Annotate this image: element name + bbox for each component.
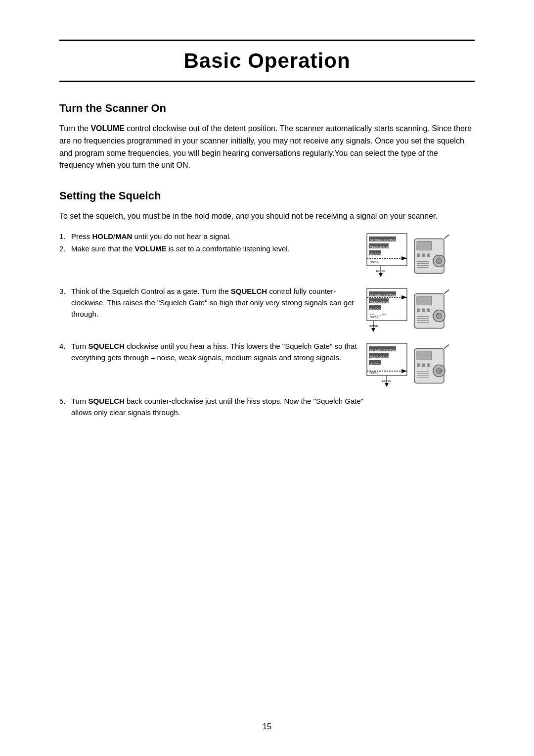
svg-point-42 (436, 313, 442, 319)
page-title: Basic Operation (59, 45, 475, 77)
svg-line-50 (444, 289, 449, 293)
step-num-3: 3. (59, 285, 71, 320)
svg-marker-64 (385, 383, 389, 387)
svg-text:MEDIUM SIGNALS: MEDIUM SIGNALS (370, 245, 396, 248)
step-num-2: 2. (59, 243, 71, 254)
steps-block-4: 4. Turn SQUELCH clockwise until you hear… (59, 340, 475, 389)
svg-marker-38 (371, 328, 375, 332)
svg-rect-66 (417, 351, 432, 360)
svg-text:MEDIUM SIGNALS: MEDIUM SIGNALS (370, 300, 396, 303)
step-num-4: 4. (59, 340, 71, 364)
svg-text:MEDIUM SIGNALS: MEDIUM SIGNALS (370, 355, 396, 358)
svg-rect-18 (422, 253, 425, 257)
svg-rect-69 (417, 363, 420, 367)
squelch-intro: To set the squelch, you must be in the h… (59, 210, 475, 223)
squelch-heading: Setting the Squelch (59, 189, 475, 202)
svg-rect-40 (417, 296, 432, 305)
step-content-4: Turn SQUELCH clockwise until you hear a … (71, 340, 366, 364)
svg-text:STRONG SIGNALS: STRONG SIGNALS (370, 293, 396, 296)
step-content-2: Make sure that the VOLUME is set to a co… (71, 243, 366, 254)
svg-text:WEAK SIGNALS: WEAK SIGNALS (370, 307, 392, 310)
squelch-section: Setting the Squelch To set the squelch, … (59, 189, 475, 419)
steps-text-4: 4. Turn SQUELCH clockwise until you hear… (59, 340, 366, 365)
steps-block-3: 3. Think of the Squelch Control as a gat… (59, 285, 475, 334)
svg-marker-12 (379, 273, 383, 277)
page-number: 15 (263, 722, 271, 731)
steps-imgs-4: STRONG SIGNALS MEDIUM SIGNALS WEAK SIGNA… (366, 340, 475, 389)
title-rule-top (59, 40, 475, 41)
svg-rect-43 (417, 308, 420, 312)
scanner-device-3 (412, 342, 461, 389)
svg-text:NOISE: NOISE (370, 261, 378, 264)
step-num-5: 5. (59, 395, 71, 419)
turn-on-heading: Turn the Scanner On (59, 102, 475, 115)
svg-text:NOISE: NOISE (370, 371, 378, 374)
steps-block-5: 5. Turn SQUELCH back counter-clockwise j… (59, 395, 475, 420)
svg-rect-44 (422, 308, 425, 312)
step-item-3: 3. Think of the Squelch Control as a gat… (59, 285, 366, 320)
steps-imgs-3: STRONG SIGNALS MEDIUM SIGNALS WEAK SIGNA… (366, 285, 475, 334)
svg-rect-71 (427, 363, 430, 367)
turn-on-section: Turn the Scanner On Turn the VOLUME cont… (59, 102, 475, 172)
steps-text-3: 3. Think of the Squelch Control as a gat… (59, 285, 366, 321)
signal-diagram-1: STRONG SIGNALS MEDIUM SIGNALS WEAK SIGNA… (366, 233, 408, 280)
svg-text:STRONG SIGNALS: STRONG SIGNALS (370, 238, 396, 241)
turn-on-body: Turn the VOLUME control clockwise out of… (59, 123, 475, 172)
svg-text:WEAK SIGNALS: WEAK SIGNALS (370, 252, 392, 255)
steps-text-1-2: 1. Press HOLD/MAN until you do not hear … (59, 231, 366, 256)
step-content-5: Turn SQUELCH back counter-clockwise just… (71, 395, 366, 419)
svg-line-24 (444, 235, 449, 238)
steps-text-5: 5. Turn SQUELCH back counter-clockwise j… (59, 395, 366, 420)
steps-block-1-2: 1. Press HOLD/MAN until you do not hear … (59, 231, 475, 280)
page: Basic Operation Turn the Scanner On Turn… (0, 0, 534, 756)
step-item-2: 2. Make sure that the VOLUME is set to a… (59, 243, 366, 254)
svg-rect-14 (417, 241, 432, 250)
svg-text:STRONG SIGNALS: STRONG SIGNALS (370, 348, 396, 351)
step-content-3: Think of the Squelch Control as a gate. … (71, 285, 366, 320)
svg-text:WEAK SIGNALS: WEAK SIGNALS (370, 362, 392, 365)
title-rule-bottom (59, 81, 475, 82)
svg-rect-70 (422, 363, 425, 367)
svg-rect-19 (427, 253, 430, 257)
steps-imgs-1-2: STRONG SIGNALS MEDIUM SIGNALS WEAK SIGNA… (366, 231, 475, 280)
step-num-1: 1. (59, 231, 71, 242)
step-item-4: 4. Turn SQUELCH clockwise until you hear… (59, 340, 366, 364)
svg-line-76 (444, 344, 449, 348)
title-section: Basic Operation (59, 40, 475, 82)
svg-rect-17 (417, 253, 420, 257)
scanner-device-2 (412, 287, 461, 334)
step-content-1: Press HOLD/MAN until you do not hear a s… (71, 231, 366, 242)
step-item-5: 5. Turn SQUELCH back counter-clockwise j… (59, 395, 366, 419)
signal-diagram-2: STRONG SIGNALS MEDIUM SIGNALS WEAK SIGNA… (366, 287, 408, 334)
step-item-1: 1. Press HOLD/MAN until you do not hear … (59, 231, 366, 242)
signal-diagram-3: STRONG SIGNALS MEDIUM SIGNALS WEAK SIGNA… (366, 342, 408, 389)
svg-rect-45 (427, 308, 430, 312)
scanner-device-1 (412, 233, 461, 280)
svg-point-16 (436, 258, 442, 264)
